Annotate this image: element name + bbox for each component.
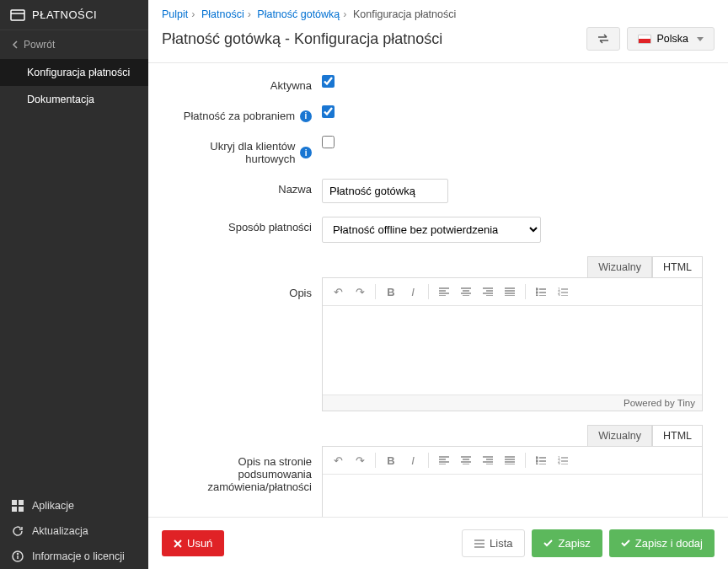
label-method: Sposób płatności [162, 217, 322, 234]
list-button[interactable]: Lista [462, 529, 525, 557]
sidebar-back-label: Powrót [24, 39, 55, 51]
editor2-tab-html[interactable]: HTML [652, 425, 703, 446]
align-left-icon[interactable] [434, 450, 454, 470]
redo-icon[interactable]: ↷ [350, 282, 370, 302]
save-button[interactable]: Zapisz [532, 529, 602, 557]
svg-point-27 [536, 292, 538, 293]
breadcrumb-gotowka[interactable]: Płatność gotówką [257, 8, 340, 20]
align-right-icon[interactable] [478, 450, 498, 470]
svg-point-29 [536, 295, 538, 296]
label-cod-text: Płatność za pobraniem [184, 110, 295, 122]
svg-rect-2 [12, 500, 17, 505]
breadcrumb-platnosci[interactable]: Płatności [201, 8, 244, 20]
flag-pl-icon [638, 35, 651, 44]
editor-tab-visual[interactable]: Wizualny [587, 256, 652, 277]
svg-point-55 [536, 460, 538, 462]
bold-icon[interactable]: B [381, 450, 401, 470]
sidebar-license-label: Informacje o licencji [32, 550, 125, 562]
editor-tab-html[interactable]: HTML [652, 256, 703, 277]
title-actions: Polska [586, 27, 715, 51]
apps-icon [12, 500, 24, 512]
page-title: Płatność gotówką - Konfiguracja płatnośc… [162, 30, 442, 48]
undo-icon[interactable]: ↶ [328, 450, 348, 470]
svg-text:3: 3 [558, 293, 560, 296]
save-label: Zapisz [558, 537, 590, 550]
italic-icon[interactable]: I [403, 450, 423, 470]
align-center-icon[interactable] [456, 282, 476, 302]
locale-button[interactable]: Polska [627, 27, 715, 51]
list-icon [474, 539, 484, 548]
label-cod: Płatność za pobraniem i [162, 105, 322, 122]
checkbox-cod[interactable] [322, 105, 335, 118]
svg-point-25 [536, 288, 538, 290]
titlebar: Płatność gotówką - Konfiguracja płatnośc… [148, 27, 728, 63]
sidebar: PŁATNOŚCI Powrót Konfiguracja płatności … [0, 0, 148, 569]
label-summary-description: Opis na stronie podsumowania zamówienia/… [162, 425, 322, 493]
sidebar-update-label: Aktualizacja [32, 525, 88, 537]
info-icon [12, 550, 24, 562]
refresh-icon [12, 525, 24, 537]
svg-rect-5 [19, 507, 24, 512]
align-center-icon[interactable] [456, 450, 476, 470]
list-number-icon[interactable]: 123 [553, 282, 573, 302]
editor2-tab-visual[interactable]: Wizualny [587, 425, 652, 446]
sidebar-license[interactable]: Informacje o licencji [0, 544, 148, 569]
sidebar-item-config[interactable]: Konfiguracja płatności [0, 59, 148, 86]
redo-icon[interactable]: ↷ [350, 450, 370, 470]
editor-description: ↶ ↷ B I [322, 277, 703, 411]
sidebar-item-docs[interactable]: Dokumentacja [0, 86, 148, 113]
list-bullet-icon[interactable] [531, 450, 551, 470]
save-add-button[interactable]: Zapisz i dodaj [609, 529, 715, 557]
undo-icon[interactable]: ↶ [328, 282, 348, 302]
info-icon[interactable]: i [300, 147, 312, 158]
checkbox-active[interactable] [322, 75, 335, 88]
label-description: Opis [162, 256, 322, 299]
align-left-icon[interactable] [434, 282, 454, 302]
breadcrumb-pulpit[interactable]: Pulpit [162, 8, 188, 20]
sidebar-apps-label: Aplikacje [32, 500, 74, 512]
swap-button[interactable] [586, 27, 620, 51]
list-number-icon[interactable]: 123 [553, 450, 573, 470]
sidebar-apps[interactable]: Aplikacje [0, 493, 148, 518]
breadcrumbs: Pulpit› Płatności› Płatność gotówką› Kon… [148, 0, 728, 27]
sidebar-update[interactable]: Aktualizacja [0, 518, 148, 544]
svg-rect-4 [12, 507, 17, 512]
chevron-left-icon [12, 40, 19, 49]
align-justify-icon[interactable] [500, 282, 520, 302]
label-wholesale-text: Ukryj dla klientów hurtowych [162, 140, 295, 165]
checkbox-wholesale[interactable] [322, 136, 335, 148]
label-wholesale: Ukryj dla klientów hurtowych i [162, 136, 322, 165]
sidebar-title-text: PŁATNOŚCI [32, 8, 97, 21]
check-icon [543, 539, 553, 547]
italic-icon[interactable]: I [403, 282, 423, 302]
input-name[interactable] [322, 179, 448, 203]
list-label: Lista [490, 537, 512, 550]
sidebar-bottom: Aplikacje Aktualizacja Informacje o lice… [0, 493, 148, 569]
svg-text:3: 3 [558, 462, 560, 464]
footer: Usuń Lista Zapisz Zapisz i dodaj [148, 517, 728, 569]
align-right-icon[interactable] [478, 282, 498, 302]
bold-icon[interactable]: B [381, 282, 401, 302]
sidebar-nav: Konfiguracja płatności Dokumentacja [0, 59, 148, 493]
sidebar-back[interactable]: Powrót [0, 30, 148, 59]
svg-point-8 [18, 554, 19, 555]
label-name: Nazwa [162, 179, 322, 196]
svg-point-57 [536, 464, 538, 464]
editor-body[interactable] [323, 306, 702, 395]
close-icon [174, 539, 182, 548]
breadcrumb-current: Konfiguracja płatności [353, 8, 456, 20]
align-justify-icon[interactable] [500, 450, 520, 470]
select-method[interactable]: Płatność offline bez potwierdzenia [322, 217, 541, 243]
svg-rect-3 [19, 500, 24, 505]
delete-button[interactable]: Usuń [162, 530, 224, 556]
editor-powered-by: Powered by Tiny [624, 398, 695, 408]
save-add-label: Zapisz i dodaj [635, 537, 703, 550]
form-content: Aktywna Płatność za pobraniem i Ukryj dl… [148, 63, 728, 569]
swap-icon [597, 34, 609, 44]
check-icon [621, 539, 630, 547]
main: Pulpit› Płatności› Płatność gotówką› Kon… [148, 0, 728, 569]
info-icon[interactable]: i [300, 110, 312, 122]
svg-rect-0 [11, 10, 24, 20]
list-bullet-icon[interactable] [531, 282, 551, 302]
sidebar-title: PŁATNOŚCI [0, 0, 148, 30]
